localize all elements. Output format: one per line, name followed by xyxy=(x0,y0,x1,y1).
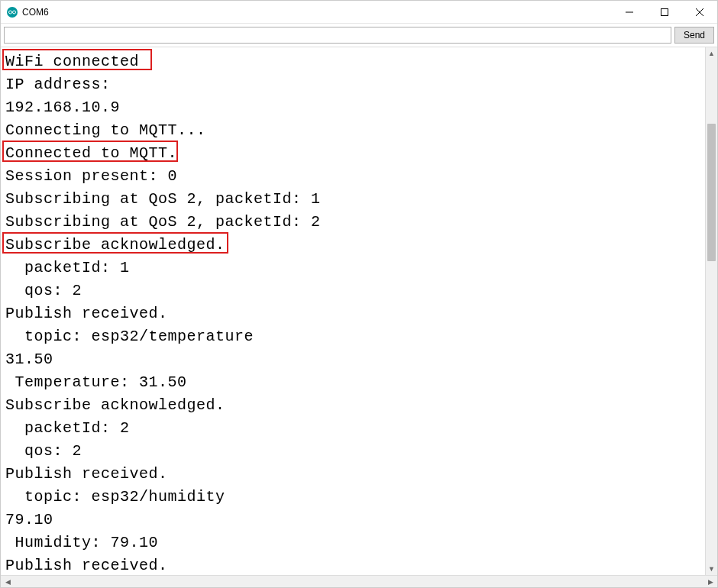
output-line: topic: esp32/humidity xyxy=(5,486,705,509)
output-line: Humidity: 79.10 xyxy=(5,531,705,554)
scroll-thumb[interactable] xyxy=(707,124,716,261)
output-line: Subscribing at QoS 2, packetId: 2 xyxy=(5,211,705,234)
close-button[interactable] xyxy=(682,1,717,23)
output-line: Publish received. xyxy=(5,554,705,575)
output-line: Publish received. xyxy=(5,302,705,325)
titlebar: COM6 xyxy=(1,1,717,24)
svg-point-0 xyxy=(9,11,12,14)
output-line: Subscribe acknowledged. xyxy=(5,234,705,257)
output-line: packetId: 2 xyxy=(5,417,705,440)
serial-output: WiFi connectedIP address:192.168.10.9Con… xyxy=(1,47,705,575)
window-controls xyxy=(612,1,717,23)
scroll-left-icon[interactable]: ◀ xyxy=(2,577,13,587)
scroll-down-icon[interactable]: ▼ xyxy=(706,563,717,575)
output-line: WiFi connected xyxy=(5,50,705,73)
maximize-button[interactable] xyxy=(647,1,682,23)
window-title: COM6 xyxy=(22,7,49,18)
input-row: Send xyxy=(1,24,717,47)
output-line: Temperature: 31.50 xyxy=(5,371,705,394)
vertical-scrollbar[interactable]: ▲ ▼ xyxy=(705,47,717,575)
output-line: Connecting to MQTT... xyxy=(5,119,705,142)
output-line: 31.50 xyxy=(5,348,705,371)
svg-rect-3 xyxy=(661,8,668,15)
output-line: Session present: 0 xyxy=(5,165,705,188)
output-line: Connected to MQTT. xyxy=(5,142,705,165)
output-line: IP address: xyxy=(5,73,705,96)
send-button[interactable]: Send xyxy=(674,27,714,44)
content-area: WiFi connectedIP address:192.168.10.9Con… xyxy=(1,47,717,575)
serial-input[interactable] xyxy=(4,27,671,44)
scroll-up-icon[interactable]: ▲ xyxy=(706,47,717,60)
horizontal-scrollbar[interactable]: ◀ ▶ xyxy=(1,575,717,587)
output-line: packetId: 1 xyxy=(5,257,705,279)
output-line: qos: 2 xyxy=(5,279,705,302)
output-line: qos: 2 xyxy=(5,440,705,463)
arduino-icon xyxy=(7,7,18,18)
scroll-right-icon[interactable]: ▶ xyxy=(705,577,716,587)
output-line: topic: esp32/temperature xyxy=(5,325,705,348)
output-line: 192.168.10.9 xyxy=(5,96,705,119)
output-line: 79.10 xyxy=(5,509,705,531)
minimize-button[interactable] xyxy=(612,1,647,23)
output-line: Subscribing at QoS 2, packetId: 1 xyxy=(5,188,705,211)
output-line: Publish received. xyxy=(5,463,705,486)
serial-monitor-window: COM6 Send WiFi connectedIP address:192.1… xyxy=(0,0,718,588)
output-line: Subscribe acknowledged. xyxy=(5,394,705,417)
svg-point-1 xyxy=(13,11,16,14)
